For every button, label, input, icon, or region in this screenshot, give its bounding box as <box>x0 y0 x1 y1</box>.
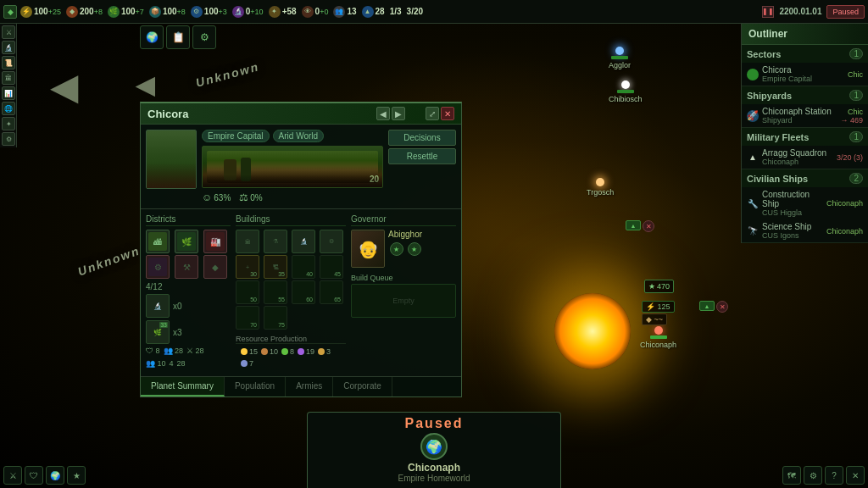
building-slot-7[interactable]: 40 <box>292 255 315 279</box>
sidebar-icon-5[interactable]: 📊 <box>2 86 15 100</box>
building-slot-9[interactable]: 50 <box>236 280 259 304</box>
panel-close[interactable]: ✕ <box>441 107 454 120</box>
bottom-left-btn-3[interactable]: 🌍 <box>46 466 64 485</box>
system-chibiosch[interactable]: Chibiosch <box>609 80 643 103</box>
chibiosch-label: Chibiosch <box>609 95 643 103</box>
building-slot-6[interactable]: 🏗 35 <box>264 255 287 279</box>
outliner-civilian-header[interactable]: Civilian Ships 2 <box>742 169 868 187</box>
system-trgosch[interactable]: Trgosch <box>587 178 614 197</box>
planet-portrait <box>146 130 197 189</box>
building-slot-1[interactable]: 🏛 <box>236 230 259 253</box>
sidebar-icon-4[interactable]: 🏛 <box>2 71 15 85</box>
sidebar-icon-3[interactable]: 📜 <box>2 56 15 69</box>
district-slot-1[interactable]: 🏙 <box>146 230 170 253</box>
toolbar-exit-btn[interactable]: ✕ <box>846 466 865 485</box>
governor-portrait[interactable]: 👴 <box>351 230 385 268</box>
planet-image: 20 <box>202 146 383 188</box>
bottom-planet-icon[interactable]: 🌍 <box>420 433 448 460</box>
fleet-cancel-1[interactable]: ✕ <box>643 220 654 232</box>
outliner-sectors-header[interactable]: Sectors 1 <box>742 45 868 63</box>
tab-armies[interactable]: Armies <box>286 377 333 396</box>
fleet-cancel-2[interactable]: ✕ <box>716 301 728 313</box>
happiness-icon: ☺ <box>202 191 212 203</box>
system-chiconaph[interactable]: Chiconaph <box>640 326 676 349</box>
mid-btn-1[interactable]: 🌍 <box>140 25 164 49</box>
mid-btn-2[interactable]: 📋 <box>166 25 190 49</box>
energy-value: 100 <box>34 7 48 16</box>
mid-btn-3[interactable]: ⚙ <box>192 25 216 49</box>
agglor-owner <box>611 56 628 59</box>
toolbar-map-btn[interactable]: 🗺 <box>782 466 801 485</box>
military-fleets-title: Military Fleets <box>747 132 809 142</box>
fleet-marker-2[interactable]: ▲ ✕ <box>699 301 728 313</box>
sidebar-icon-8[interactable]: ⚙ <box>2 132 15 146</box>
prod-energy-dot <box>241 348 248 355</box>
stat-val3: 28 <box>177 359 186 368</box>
decisions-button[interactable]: Decisions <box>388 130 456 146</box>
building-slot-14[interactable]: 75 <box>264 306 287 330</box>
building-slot-3[interactable]: 🔬 <box>292 230 315 253</box>
bottom-left-btn-1[interactable]: ⚔ <box>3 466 22 485</box>
outliner-item-chicora[interactable]: Chicora Empire Capital Chic <box>742 63 868 86</box>
panel-content: Districts 🏙 🌿 🏭 ⚙ ⚒ ◆ <box>141 209 461 376</box>
sidebar-icon-2[interactable]: 🔬 <box>2 41 15 54</box>
sidebar-icon-7[interactable]: ✦ <box>2 117 15 130</box>
outliner-military-header[interactable]: Military Fleets 1 <box>742 128 868 146</box>
outliner-shipyards-header[interactable]: Shipyards 1 <box>742 86 868 104</box>
panel-expand[interactable]: ⤢ <box>426 107 439 120</box>
toolbar-help-btn[interactable]: ? <box>825 466 843 485</box>
pause-controls[interactable]: ❚❚ <box>762 6 774 18</box>
sidebar-icon-6[interactable]: 🌐 <box>2 102 15 115</box>
district-extra-slot-1[interactable]: 🔬 <box>146 294 170 318</box>
prod-minerals-dot <box>261 348 268 355</box>
district-slot-6[interactable]: ◆ <box>203 255 227 279</box>
bottom-toolbar[interactable]: 🗺 ⚙ ? ✕ <box>782 466 865 485</box>
building-slot-5[interactable]: + 30 <box>236 255 259 279</box>
shipyard-icon: 🚀 <box>747 110 759 122</box>
tab-corporate[interactable]: Corporate <box>333 377 392 396</box>
tab-population[interactable]: Population <box>225 377 286 396</box>
outliner-item-shipyard[interactable]: 🚀 Chiconaph Station Shipyard Chic → 469 <box>742 104 868 127</box>
pause-btn-1[interactable]: ❚❚ <box>762 6 774 18</box>
planet-actions[interactable]: Decisions Resettle <box>388 130 456 203</box>
civilian-ships-count: 2 <box>849 173 863 184</box>
tab-planet-summary[interactable]: Planet Summary <box>141 377 225 396</box>
district-slot-3[interactable]: 🏭 <box>203 230 227 253</box>
outliner-item-science[interactable]: 🔭 Science Ship CUS Igons Chiconaph <box>742 219 868 242</box>
outliner-item-construction[interactable]: 🔧 Construction Ship CUS Higgla Chiconaph <box>742 187 868 219</box>
building-slot-12[interactable]: 65 <box>320 280 343 304</box>
building-slot-8[interactable]: 45 <box>320 255 343 279</box>
panel-nav-prev[interactable]: ◀ <box>376 107 390 120</box>
bottom-planet-name: Chiconaph <box>314 462 554 474</box>
fleet-marker-1[interactable]: ▲ ✕ <box>626 220 654 232</box>
panel-nav[interactable]: ◀ ▶ ⤢ ✕ <box>376 107 454 120</box>
panel-tabs[interactable]: Planet Summary Population Armies Corpora… <box>141 376 461 396</box>
building-slot-11[interactable]: 60 <box>292 280 315 304</box>
resource-army: 3/20 <box>407 7 423 16</box>
sidebar-icon-1[interactable]: ⚔ <box>2 25 15 39</box>
prod-minerals: 10 <box>261 347 278 356</box>
alloys-icon: ⚙ <box>191 6 203 18</box>
district-slot-2[interactable]: 🌿 <box>175 230 198 253</box>
building-slot-13[interactable]: 70 <box>236 306 259 330</box>
building-slot-10[interactable]: 55 <box>264 280 287 304</box>
resettle-button[interactable]: Resettle <box>388 148 456 164</box>
empire-flag[interactable]: ◆ <box>3 5 17 19</box>
system-agglor[interactable]: Agglor <box>609 47 631 69</box>
toolbar-settings-btn[interactable]: ⚙ <box>804 466 822 485</box>
bottom-left-toolbar[interactable]: ⚔ 🛡 🌍 ★ <box>3 466 86 485</box>
bottom-left-btn-4[interactable]: ★ <box>67 466 86 485</box>
building-slot-2[interactable]: ⚗ <box>264 230 287 253</box>
panel-nav-next[interactable]: ▶ <box>392 107 405 120</box>
panel-title: Chicora <box>147 108 188 120</box>
district-slot-4[interactable]: ⚙ <box>146 255 170 279</box>
district-extra-2: 33 🌿 x3 <box>146 320 231 344</box>
district-slot-5[interactable]: ⚒ <box>175 255 198 279</box>
building-slot-4[interactable]: ⚙ <box>320 230 343 253</box>
build-queue-area[interactable]: Empty <box>351 284 456 318</box>
district-extra-slot-2[interactable]: 33 🌿 <box>146 320 170 344</box>
outliner-item-arragg[interactable]: ▲ Arragg Squadron Chiconaph 3/20 (3) <box>742 146 868 169</box>
fleet-ship-2: ▲ <box>699 301 715 311</box>
bottom-left-btn-2[interactable]: 🛡 <box>25 466 43 485</box>
top-mid-buttons[interactable]: 🌍 📋 ⚙ <box>140 25 216 49</box>
